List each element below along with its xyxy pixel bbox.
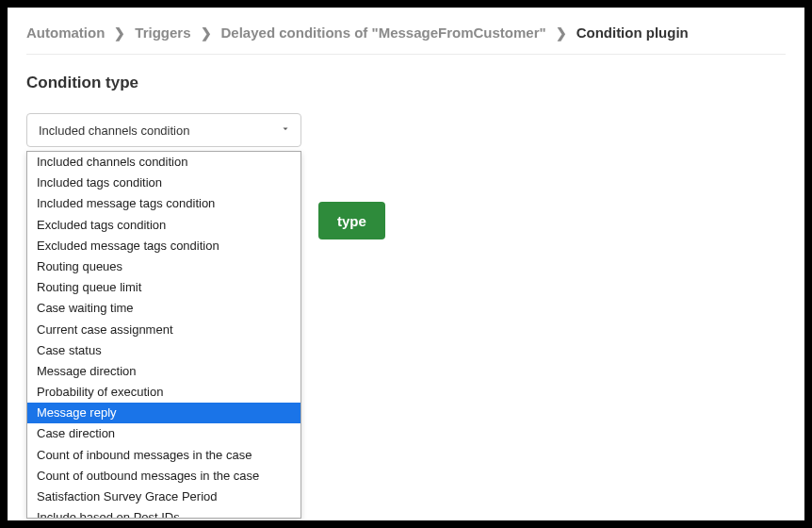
dropdown-option[interactable]: Excluded message tags condition — [27, 236, 300, 256]
dropdown-option[interactable]: Current case assignment — [27, 320, 300, 340]
dropdown-option[interactable]: Included message tags condition — [27, 193, 300, 214]
chevron-right-icon: ❯ — [114, 25, 125, 41]
dropdown-option[interactable]: Case status — [27, 340, 300, 361]
breadcrumb-triggers[interactable]: Triggers — [135, 25, 190, 41]
chevron-down-icon — [280, 124, 291, 138]
breadcrumb-delayed-conditions[interactable]: Delayed conditions of "MessageFromCustom… — [221, 25, 546, 41]
dropdown-option[interactable]: Routing queue limit — [27, 277, 300, 298]
condition-type-select[interactable]: Included channels condition — [26, 113, 301, 147]
dropdown-option[interactable]: Included tags condition — [27, 173, 300, 193]
chevron-right-icon: ❯ — [556, 25, 567, 41]
breadcrumb: Automation ❯ Triggers ❯ Delayed conditio… — [26, 25, 786, 55]
dropdown-option[interactable]: Probability of execution — [27, 382, 300, 403]
dropdown-option[interactable]: Message direction — [27, 361, 300, 382]
chevron-right-icon: ❯ — [201, 25, 212, 41]
dropdown-option[interactable]: Case waiting time — [27, 298, 300, 319]
breadcrumb-automation[interactable]: Automation — [26, 25, 105, 41]
condition-type-select-wrapper: Included channels condition Included cha… — [26, 113, 301, 147]
dropdown-option[interactable]: Case direction — [27, 423, 300, 444]
condition-type-dropdown[interactable]: Included channels conditionIncluded tags… — [26, 151, 301, 519]
dropdown-option[interactable]: Include based on Post IDs — [27, 507, 300, 519]
dropdown-option[interactable]: Count of inbound messages in the case — [27, 445, 300, 466]
breadcrumb-condition-plugin: Condition plugin — [577, 25, 689, 41]
type-button[interactable]: type — [318, 202, 385, 239]
dropdown-option[interactable]: Included channels condition — [27, 152, 300, 173]
page-container: Automation ❯ Triggers ❯ Delayed conditio… — [8, 8, 804, 520]
select-value: Included channels condition — [39, 124, 189, 138]
dropdown-option[interactable]: Message reply — [27, 403, 300, 423]
dropdown-option[interactable]: Satisfaction Survey Grace Period — [27, 487, 300, 507]
dropdown-option[interactable]: Excluded tags condition — [27, 215, 300, 236]
dropdown-option[interactable]: Routing queues — [27, 256, 300, 277]
section-title: Condition type — [26, 74, 786, 92]
dropdown-option[interactable]: Count of outbound messages in the case — [27, 466, 300, 487]
